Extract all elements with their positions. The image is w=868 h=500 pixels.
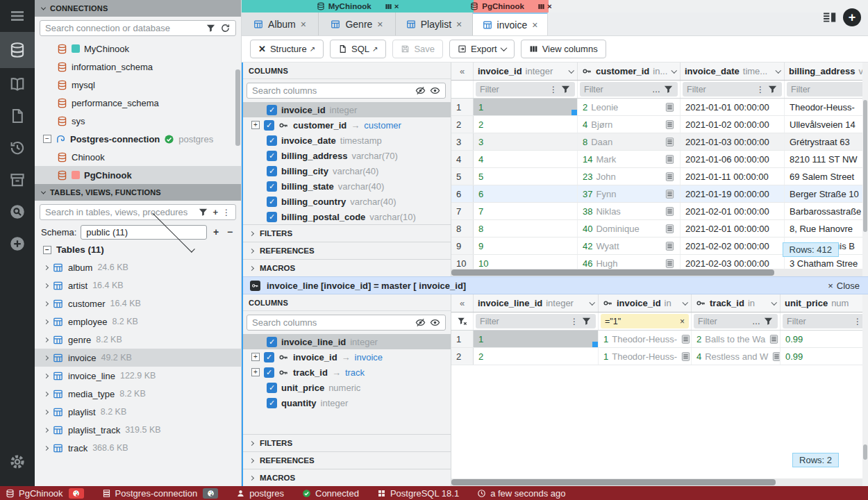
chevron-right-icon[interactable] xyxy=(44,409,49,414)
more-icon[interactable]: … xyxy=(652,85,660,94)
connection-item[interactable]: sys xyxy=(35,112,241,130)
expand-box-icon[interactable]: + xyxy=(251,121,260,129)
columns-search[interactable] xyxy=(247,315,446,331)
tables-search-input[interactable] xyxy=(45,207,194,217)
table-item-playlist[interactable]: playlist8.2 KB xyxy=(35,403,241,421)
open-reference-icon[interactable] xyxy=(665,241,675,251)
cell-billing-address[interactable]: 8210 111 ST NW xyxy=(785,151,868,167)
connection-item[interactable]: mysql xyxy=(35,76,241,94)
cell-invoice-id[interactable]: 9 xyxy=(474,238,578,254)
tab-group-pgchinook[interactable]: PgChinook × xyxy=(474,0,549,12)
section-macros[interactable]: MACROS xyxy=(242,469,451,486)
filter-input[interactable] xyxy=(605,317,677,326)
tab-group-mychinook[interactable]: MyChinook × xyxy=(242,0,474,12)
open-reference-icon[interactable] xyxy=(771,351,781,362)
connection-item[interactable]: performance_schema xyxy=(35,94,241,112)
horizontal-scrollbar[interactable] xyxy=(451,478,862,486)
open-reference-icon[interactable] xyxy=(665,102,675,112)
collapse-columns-button[interactable]: « xyxy=(451,294,474,312)
section-references[interactable]: REFERENCES xyxy=(242,451,451,469)
cell-invoice-id[interactable]: 3 xyxy=(474,133,578,150)
column-header-billing_address[interactable]: billing_addressv xyxy=(785,62,868,80)
cell-invoice-date[interactable]: 2021-02-02 00:00:00 xyxy=(681,238,785,254)
cell-billing-address[interactable]: 69 Salem Street xyxy=(785,168,868,185)
cell-billing-address[interactable]: 8, Rue Hanovre xyxy=(785,220,868,237)
column-item-customer_id[interactable]: +✓customer_id→customer xyxy=(242,117,451,133)
view-columns-button[interactable]: View columns xyxy=(521,40,606,58)
column-item-unit_price[interactable]: ✓unit_pricenumeric xyxy=(242,380,451,395)
cell-invoice-id[interactable]: 2 xyxy=(474,116,578,133)
open-reference-icon[interactable] xyxy=(665,154,675,165)
open-reference-icon[interactable] xyxy=(665,119,675,130)
rail-item-files[interactable] xyxy=(0,100,35,132)
column-header-invoice_id[interactable]: invoice_idin xyxy=(599,294,692,312)
cell-customer-id[interactable]: 23John xyxy=(578,168,681,185)
section-references[interactable]: REFERENCES xyxy=(242,242,451,259)
filter-input-box[interactable]: … xyxy=(580,82,678,97)
sort-chevron-icon[interactable] xyxy=(775,67,781,73)
column-item-billing_country[interactable]: ✓billing_countryvarchar(40) xyxy=(242,194,451,209)
table-item-media_type[interactable]: media_type8.2 KB xyxy=(35,385,241,403)
open-reference-icon[interactable] xyxy=(665,258,675,269)
filter-icon[interactable] xyxy=(767,84,778,94)
cell-invoice-id[interactable]: 1 xyxy=(474,99,578,115)
close-group-icon[interactable]: × xyxy=(547,2,552,10)
columns-search-input[interactable] xyxy=(252,317,411,328)
scrollbar-thumb[interactable] xyxy=(863,100,867,232)
row-number[interactable]: 4 xyxy=(451,151,474,167)
cell-customer-id[interactable]: 42Wyatt xyxy=(578,238,681,254)
cell-invoice-line-id[interactable]: 1 xyxy=(474,331,599,347)
new-tab-button[interactable]: + xyxy=(843,8,861,26)
chevron-right-icon[interactable] xyxy=(44,265,49,269)
vertical-scrollbar[interactable] xyxy=(862,294,868,486)
chevron-right-icon[interactable] xyxy=(44,427,49,432)
kebab-icon[interactable]: ⋮ xyxy=(549,85,558,94)
connection-item[interactable]: MyChinook xyxy=(35,40,241,58)
filter-icon[interactable] xyxy=(198,207,208,217)
rail-item-archive[interactable] xyxy=(0,164,35,196)
refresh-icon[interactable] xyxy=(220,23,231,33)
cell-invoice-id[interactable]: 4 xyxy=(474,151,578,167)
checkbox-checked[interactable]: ✓ xyxy=(267,383,277,393)
table-item-invoice[interactable]: invoice49.2 KB xyxy=(35,349,241,367)
cell-invoice-date[interactable]: 2021-01-03 00:00:00 xyxy=(681,133,785,150)
column-header-invoice_line_id[interactable]: invoice_line_idinteger xyxy=(474,294,599,312)
table-item-artist[interactable]: artist16.4 KB xyxy=(35,276,241,294)
schema-remove-button[interactable]: − xyxy=(225,226,235,238)
column-item-billing_state[interactable]: ✓billing_statevarchar(40) xyxy=(242,178,451,194)
sidebar-scrollbar[interactable] xyxy=(235,69,240,146)
filter-icon[interactable] xyxy=(663,84,674,94)
close-tab-icon[interactable]: × xyxy=(456,19,462,30)
sort-chevron-icon[interactable] xyxy=(671,67,676,73)
kebab-icon[interactable]: ⋮ xyxy=(570,317,578,326)
filter-input-box[interactable]: × xyxy=(601,314,689,328)
filter-input-box[interactable]: ⋮ xyxy=(476,314,596,328)
connection-item[interactable]: information_schema xyxy=(35,58,241,76)
cell-billing-address[interactable]: Ullevålsveien 14 xyxy=(785,116,868,133)
rail-item-query-history[interactable] xyxy=(0,132,35,164)
open-reference-icon[interactable] xyxy=(665,137,675,147)
expand-box-icon[interactable]: + xyxy=(251,353,260,361)
column-item-billing_address[interactable]: ✓billing_addressvarchar(70) xyxy=(242,148,451,163)
chevron-right-icon[interactable] xyxy=(44,319,49,324)
filter-input-box[interactable]: … xyxy=(694,314,778,328)
table-item-playlist_track[interactable]: playlist_track319.5 KB xyxy=(35,421,241,439)
chevron-right-icon[interactable] xyxy=(44,373,49,378)
clear-all-filters-icon[interactable] xyxy=(457,316,467,326)
cell-invoice-date[interactable]: 2021-02-01 00:00:00 xyxy=(681,203,785,219)
tables-search[interactable]: + ⋮ xyxy=(40,204,236,220)
section-macros[interactable]: MACROS xyxy=(242,259,451,276)
filter-input[interactable] xyxy=(698,317,749,326)
vertical-scrollbar[interactable] xyxy=(862,62,868,276)
chevron-right-icon[interactable] xyxy=(44,337,49,342)
kebab-menu-icon[interactable]: ⋮ xyxy=(222,208,231,217)
cell-invoice-id[interactable]: 1Theodor-Heuss- xyxy=(599,348,692,365)
more-icon[interactable]: … xyxy=(752,317,760,326)
table-item-track[interactable]: track368.6 KB xyxy=(35,439,241,457)
cell-invoice-id[interactable]: 6 xyxy=(474,185,578,202)
eye-off-icon[interactable] xyxy=(415,317,426,328)
column-item-invoice_line_id[interactable]: ✓invoice_line_idinteger xyxy=(242,334,451,349)
cell-invoice-date[interactable]: 2021-02-01 00:00:00 xyxy=(681,220,785,237)
column-item-quantity[interactable]: ✓quantityinteger xyxy=(242,395,451,410)
cell-customer-id[interactable]: 38Niklas xyxy=(578,203,681,219)
